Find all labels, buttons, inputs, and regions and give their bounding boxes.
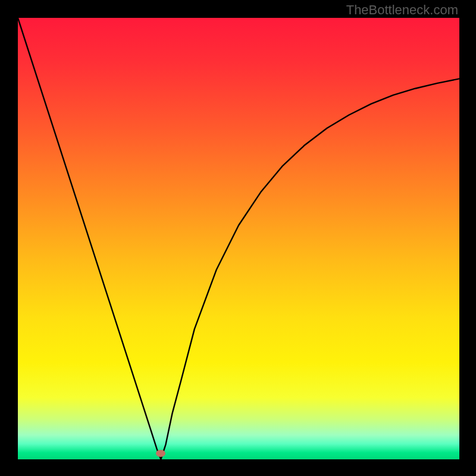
watermark-text: TheBottleneck.com <box>346 2 458 18</box>
gradient-background <box>18 18 459 459</box>
chart-container: TheBottleneck.com <box>0 0 476 476</box>
svg-rect-0 <box>18 18 459 459</box>
optimal-point-marker <box>156 450 165 457</box>
plot-area <box>18 18 459 459</box>
